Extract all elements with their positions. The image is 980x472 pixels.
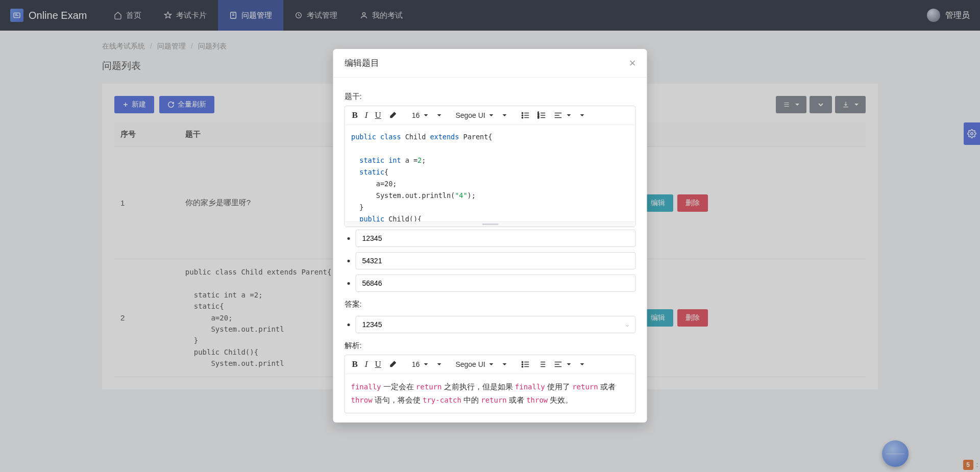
bold-icon[interactable]: B — [352, 359, 358, 369]
editor-toolbar: B I U 16 Segoe UI — [345, 355, 635, 374]
edit-question-modal: 编辑题目 × 题干: B I U 16 Segoe UI 123 — [333, 49, 647, 389]
ol-icon[interactable]: 123 — [537, 111, 547, 120]
align-icon[interactable] — [554, 111, 571, 120]
font-size-more[interactable] — [435, 114, 441, 116]
option-input-1[interactable] — [356, 230, 636, 247]
eraser-icon[interactable] — [388, 111, 398, 120]
more-icon[interactable] — [578, 363, 584, 365]
svg-point-11 — [522, 364, 523, 365]
svg-point-5 — [522, 115, 523, 116]
font-family-more[interactable] — [501, 363, 507, 365]
ul-icon[interactable] — [521, 111, 530, 120]
font-size-select[interactable]: 16 — [412, 111, 428, 119]
label-analysis: 解析: — [345, 341, 636, 351]
italic-icon[interactable]: I — [365, 110, 368, 120]
font-family-select[interactable]: Segoe UI — [455, 360, 493, 368]
answer-value[interactable] — [356, 316, 636, 333]
editor-resize-handle[interactable] — [345, 221, 635, 227]
font-size-more[interactable] — [435, 363, 441, 365]
stem-editor-content[interactable]: public class Child extends Parent{ stati… — [345, 125, 635, 221]
editor-toolbar: B I U 16 Segoe UI 123 — [345, 106, 635, 125]
modal-title: 编辑题目 — [345, 57, 379, 69]
close-icon[interactable]: × — [629, 58, 636, 69]
svg-point-12 — [522, 366, 523, 367]
svg-point-4 — [522, 112, 523, 113]
font-size-select[interactable]: 16 — [412, 360, 428, 368]
ul-icon[interactable] — [521, 360, 530, 369]
analysis-editor: B I U 16 Segoe UI finally 一定会在 return 之前… — [345, 355, 636, 389]
underline-icon[interactable]: U — [375, 110, 381, 120]
bold-icon[interactable]: B — [352, 110, 358, 120]
label-stem: 题干: — [345, 92, 636, 102]
analysis-editor-content[interactable]: finally 一定会在 return 之前执行，但是如果 finally 使用… — [345, 374, 635, 389]
font-family-more[interactable] — [501, 114, 507, 116]
align-icon[interactable] — [554, 360, 571, 369]
option-input-2[interactable] — [356, 252, 636, 269]
more-icon[interactable] — [578, 114, 584, 116]
font-family-select[interactable]: Segoe UI — [455, 111, 493, 119]
eraser-icon[interactable] — [388, 360, 398, 369]
options-list — [345, 227, 636, 294]
svg-point-6 — [522, 117, 523, 118]
italic-icon[interactable]: I — [365, 359, 368, 369]
svg-point-10 — [522, 361, 523, 362]
stem-editor: B I U 16 Segoe UI 123 public class Child… — [345, 106, 636, 227]
option-input-3[interactable] — [356, 275, 636, 292]
underline-icon[interactable]: U — [375, 359, 381, 369]
ol-icon[interactable] — [537, 360, 547, 369]
answer-select[interactable]: ⌄ — [356, 313, 636, 336]
chevron-down-icon: ⌄ — [625, 321, 630, 328]
label-answer: 答案: — [345, 300, 636, 309]
svg-text:3: 3 — [538, 116, 540, 119]
